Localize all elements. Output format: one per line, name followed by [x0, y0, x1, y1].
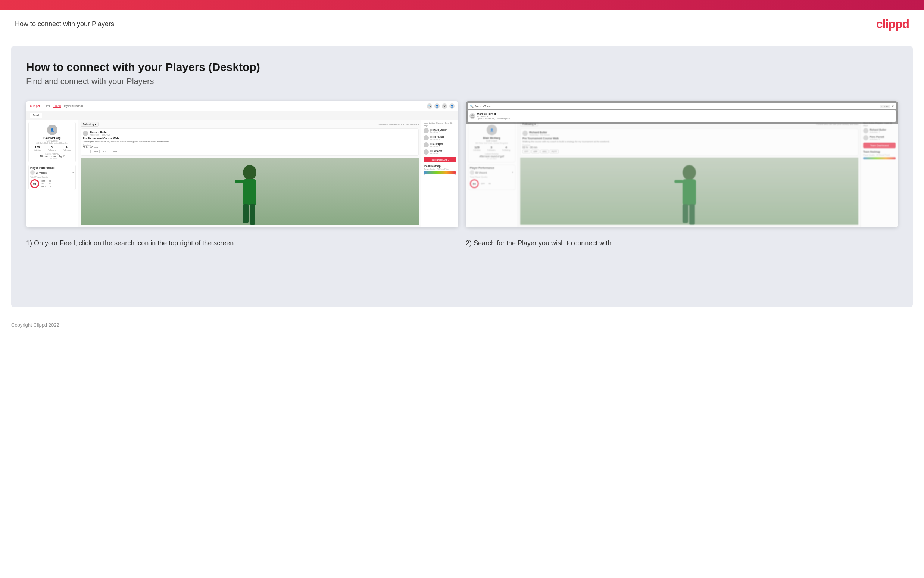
search-input-overlay[interactable]: Marcus Turner: [475, 105, 878, 107]
nav-item-performance[interactable]: My Performance: [64, 104, 83, 108]
app-body-2: 👤 Blair McHarg Golf Coach Mill Ride Golf…: [466, 120, 898, 227]
act-name: Richard Butler: [89, 131, 110, 134]
svg-point-0: [243, 165, 256, 180]
stat-followers: 3 Followers: [48, 146, 56, 151]
shot-tags: OTT APP ARG PUTT: [83, 150, 416, 153]
svg-rect-3: [243, 204, 249, 223]
followers-count: 3: [48, 146, 56, 149]
tag-putt[interactable]: PUTT: [110, 150, 119, 153]
heatmap-sub-2: Player Quality · 20 Round Trend: [863, 154, 896, 156]
la-date-2: 27 Jul 2022: [470, 157, 513, 160]
nav-item-teams[interactable]: Teams: [53, 104, 61, 108]
profile-name: Blair McHarg: [30, 136, 74, 140]
bar-app: APP 70: [41, 183, 53, 185]
pl-name-3: Hiral Pujara: [430, 143, 443, 145]
pp-name: Eli Vincent: [36, 171, 71, 174]
stat-a-num-2: 129: [473, 146, 481, 149]
followers-label: Followers: [48, 149, 56, 151]
captions-row: 1) On your Feed, click on the search ico…: [26, 238, 898, 248]
tag-arg[interactable]: ARG: [101, 150, 109, 153]
control-link[interactable]: Control who can see your activity and da…: [377, 123, 419, 125]
nav-items: Home Teams My Performance: [44, 104, 84, 108]
app-ui-1: clippd Home Teams My Performance 🔍 👤 ⚙ 👤…: [26, 101, 458, 227]
golfer-image-area: [81, 157, 419, 225]
following-label: Following: [63, 149, 71, 151]
bar-arg-label: ARG: [41, 185, 47, 187]
search-icon-overlay: 🔍: [470, 104, 474, 108]
score-circle: 84: [30, 179, 39, 188]
bar-app-num: 70: [49, 183, 53, 185]
stat-a-2: 129 Activities: [473, 146, 481, 151]
pl-activities-3: Activities: 3: [430, 145, 443, 148]
tag-app[interactable]: APP: [92, 150, 100, 153]
team-dashboard-btn-2: Team Dashboard: [863, 143, 896, 148]
page-heading: How to connect with your Players (Deskto…: [26, 61, 898, 73]
pl-name-2: Piers Parnell: [430, 136, 445, 138]
heatmap-sub: Player Quality · 20 Round Trend: [424, 168, 456, 170]
close-button[interactable]: ×: [892, 104, 894, 108]
pl-activities-2: Activities: 4: [430, 138, 445, 140]
sr-club: Cypress Point Club, United Kingdom: [477, 118, 510, 120]
bars-row-2: OTT 79: [481, 183, 493, 185]
avatar-icon[interactable]: 👤: [449, 104, 455, 109]
pl-avatar-3: [424, 142, 429, 148]
act-title: Pre Tournament Course Walk: [83, 137, 416, 140]
act-desc: Walking the course with my coach to buil…: [83, 140, 416, 143]
nav-item-home[interactable]: Home: [44, 104, 51, 108]
bar-app-label: APP: [41, 183, 47, 185]
pp-player-row[interactable]: Eli Vincent ▾: [30, 170, 74, 175]
search-result-dropdown[interactable]: Marcus Turner 1-5 Handicap Cypress Point…: [468, 110, 896, 122]
tag-ott[interactable]: OTT: [83, 150, 91, 153]
pl-avatar-4: [424, 149, 429, 154]
avatar: 👤: [47, 125, 57, 135]
pp-name-2: Eli Vincent: [476, 171, 511, 174]
pl-info-4: Eli Vincent Activities: 1: [430, 150, 442, 154]
profile-name-2: Blair McHarg: [470, 136, 513, 140]
pl-activities-1: Activities: 7: [430, 131, 447, 133]
svg-rect-4: [250, 204, 255, 225]
bar-ott-label: OTT: [41, 180, 47, 182]
activities-label: Activities: [34, 149, 41, 151]
following-count: 4: [63, 146, 71, 149]
pl-a-2-2: Activities: 4: [869, 138, 884, 140]
pl-info-2: Piers Parnell Activities: 4: [430, 136, 445, 140]
team-heatmap-title-2: Team Heatmap: [863, 151, 896, 153]
pp-arrow-2: ▾: [512, 171, 513, 174]
svg-point-5: [683, 165, 696, 180]
pl-info-3: Hiral Pujara Activities: 3: [430, 143, 443, 148]
person-icon[interactable]: 👤: [434, 104, 440, 109]
score-circle-2: 84: [470, 179, 479, 188]
app-logo-1: clippd: [30, 104, 40, 108]
bar-arg-num: 61: [49, 185, 53, 187]
la-value: Afternoon round of golf: [30, 155, 74, 157]
search-icon[interactable]: 🔍: [427, 104, 432, 109]
pl-item-1-2: Richard Butler Activities: 7: [863, 128, 896, 133]
svg-rect-8: [683, 204, 688, 223]
most-active-title: Most Active Players - Last 30 days: [424, 122, 456, 127]
act-title-2: Pre Tournament Course Walk: [523, 137, 856, 140]
profile-stats: 129 Activities 3 Followers 4 Following: [30, 146, 74, 151]
pl-avatar-1: [424, 128, 429, 133]
activity-top: Richard Butler Yesterday · The Grove: [83, 131, 416, 136]
golfer-image-area-2: [520, 157, 858, 225]
middle-panel-2: Following ▾ Control who can see your act…: [518, 120, 861, 227]
stat-f-label-2: Followers: [487, 149, 495, 151]
caption-1: 1) On your Feed, click on the search ico…: [26, 238, 458, 248]
feed-tab[interactable]: Feed: [30, 113, 42, 119]
clear-button[interactable]: CLEAR: [880, 105, 890, 108]
shot-tags-2: OTT APP ARG PUTT: [523, 150, 856, 153]
copyright: Copyright Clippd 2022: [11, 322, 59, 328]
la-value-2: Afternoon round of golf: [470, 155, 513, 157]
left-panel-2: 👤 Blair McHarg Golf Coach Mill Ride Golf…: [466, 120, 518, 227]
logo: clippd: [876, 17, 909, 31]
stat-fo-2: 4 Following: [502, 146, 510, 151]
pl-avatar-2: [424, 135, 429, 140]
settings-icon[interactable]: ⚙: [442, 104, 447, 109]
following-button[interactable]: Following ▾: [81, 122, 99, 127]
act-meta: Yesterday · The Grove: [89, 134, 110, 136]
player-list-item-2: Piers Parnell Activities: 4: [424, 135, 456, 140]
team-dashboard-button[interactable]: Team Dashboard: [424, 157, 456, 162]
act-duration-value: 02 hr : 00 min: [83, 146, 416, 149]
right-panel-1: Most Active Players - Last 30 days Richa…: [421, 120, 458, 227]
heatmap-label-high: +5: [454, 174, 456, 176]
